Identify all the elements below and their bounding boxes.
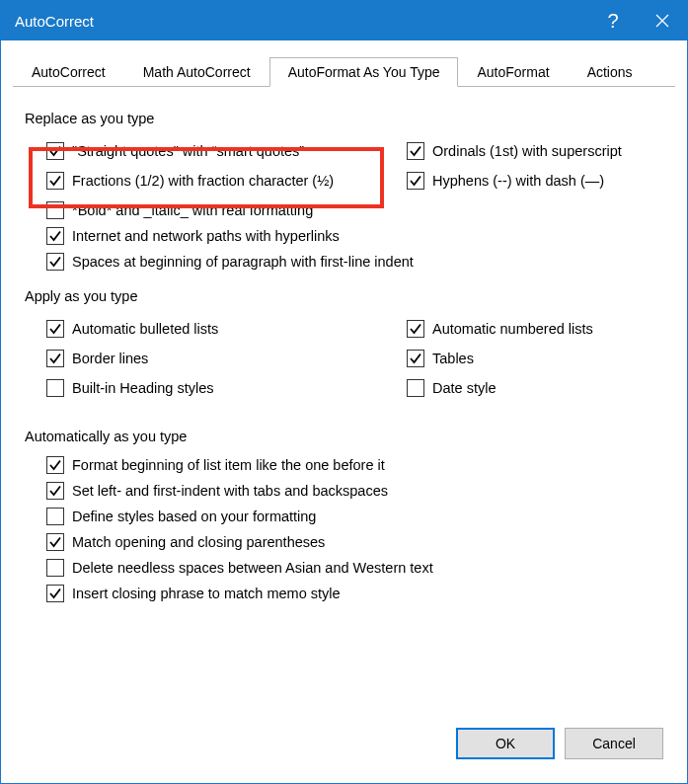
label-straight-quotes: "Straight quotes" with “smart quotes”	[72, 140, 304, 162]
label-set-indent: Set left- and first-indent with tabs and…	[72, 480, 388, 502]
replace-row-1: "Straight quotes" with “smart quotes” Or…	[46, 136, 663, 166]
checkbox-straight-quotes[interactable]	[46, 142, 64, 160]
help-button[interactable]: ?	[588, 1, 638, 40]
checkbox-tables[interactable]	[407, 350, 424, 367]
label-bold-italic: *Bold* and _italic_ with real formatting	[72, 199, 313, 221]
checkbox-closing-phrase[interactable]	[46, 585, 64, 602]
label-first-line-indent: Spaces at beginning of paragraph with fi…	[72, 251, 414, 273]
tab-actions[interactable]: Actions	[569, 57, 651, 87]
checkbox-internet-paths[interactable]	[46, 227, 64, 245]
checkbox-define-styles[interactable]	[46, 508, 64, 525]
checkbox-set-indent[interactable]	[46, 482, 64, 500]
label-ordinals: Ordinals (1st) with superscript	[432, 140, 622, 162]
checkbox-auto-bulleted[interactable]	[46, 320, 64, 338]
titlebar: AutoCorrect ?	[1, 1, 687, 40]
label-border-lines: Border lines	[72, 348, 148, 369]
dialog-content: AutoCorrect Math AutoCorrect AutoFormat …	[1, 40, 687, 783]
tab-autoformat-as-you-type[interactable]: AutoFormat As You Type	[269, 57, 459, 87]
section-replace-title: Replace as you type	[25, 111, 663, 126]
checkbox-auto-numbered[interactable]	[407, 320, 424, 338]
tab-autoformat[interactable]: AutoFormat	[458, 57, 568, 87]
window-title: AutoCorrect	[15, 13, 588, 30]
checkbox-match-parentheses[interactable]	[46, 533, 64, 551]
tab-strip: AutoCorrect Math AutoCorrect AutoFormat …	[13, 56, 675, 87]
label-auto-numbered: Automatic numbered lists	[432, 318, 593, 340]
checkbox-bold-italic[interactable]	[46, 201, 64, 219]
label-define-styles: Define styles based on your formatting	[72, 506, 316, 527]
checkbox-date-style[interactable]	[407, 379, 424, 397]
dialog-buttons: OK Cancel	[13, 718, 675, 771]
label-hyphens: Hyphens (--) with dash (—)	[432, 170, 604, 192]
label-format-list-item: Format beginning of list item like the o…	[72, 454, 385, 476]
checkbox-heading-styles[interactable]	[46, 379, 64, 397]
checkbox-hyphens[interactable]	[407, 172, 424, 190]
close-button[interactable]	[638, 1, 687, 40]
label-closing-phrase: Insert closing phrase to match memo styl…	[72, 583, 341, 604]
checkbox-first-line-indent[interactable]	[46, 253, 64, 271]
autocorrect-dialog: AutoCorrect ? AutoCorrect Math AutoCorre…	[0, 0, 688, 784]
checkbox-ordinals[interactable]	[407, 142, 424, 160]
tab-autocorrect[interactable]: AutoCorrect	[13, 57, 124, 87]
label-fractions: Fractions (1/2) with fraction character …	[72, 170, 334, 192]
close-icon	[655, 14, 669, 28]
label-tables: Tables	[432, 348, 474, 369]
label-internet-paths: Internet and network paths with hyperlin…	[72, 225, 340, 247]
section-apply-title: Apply as you type	[25, 288, 663, 304]
replace-row-2: Fractions (1/2) with fraction character …	[46, 166, 663, 196]
label-delete-spaces: Delete needless spaces between Asian and…	[72, 557, 433, 579]
checkbox-format-list-item[interactable]	[46, 456, 64, 474]
tab-math-autocorrect[interactable]: Math AutoCorrect	[124, 57, 269, 87]
label-heading-styles: Built-in Heading styles	[72, 377, 213, 399]
checkbox-border-lines[interactable]	[46, 350, 64, 367]
label-date-style: Date style	[432, 377, 496, 399]
ok-button[interactable]: OK	[456, 728, 555, 759]
section-auto-title: Automatically as you type	[25, 429, 663, 444]
checkbox-fractions[interactable]	[46, 172, 64, 190]
label-match-parentheses: Match opening and closing parentheses	[72, 531, 325, 553]
tab-panel: Replace as you type "Straight quotes" wi…	[13, 87, 675, 718]
label-auto-bulleted: Automatic bulleted lists	[72, 318, 218, 340]
cancel-button[interactable]: Cancel	[565, 728, 663, 759]
checkbox-delete-spaces[interactable]	[46, 559, 64, 577]
